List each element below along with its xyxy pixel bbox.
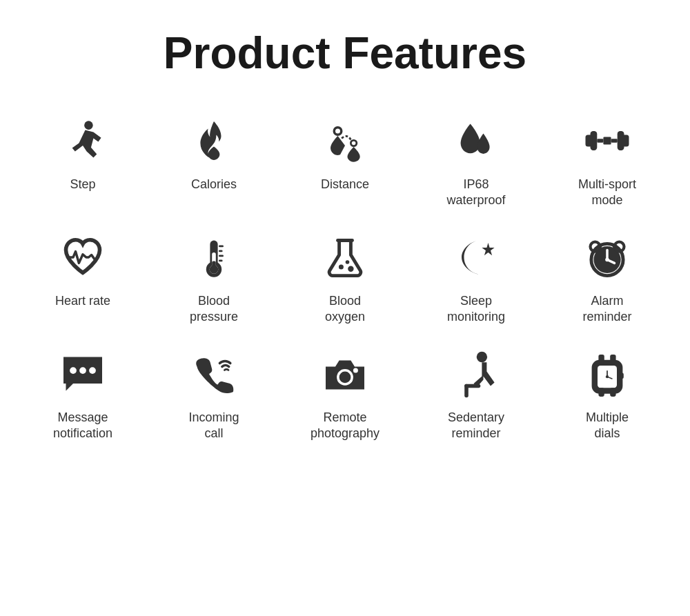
sedentary-icon bbox=[448, 346, 504, 401]
svg-point-41 bbox=[353, 368, 358, 372]
svg-rect-51 bbox=[610, 388, 615, 397]
page-title: Product Features bbox=[164, 28, 526, 79]
svg-point-2 bbox=[335, 129, 340, 134]
alarm-icon bbox=[580, 230, 635, 285]
svg-rect-10 bbox=[597, 139, 603, 143]
step-icon bbox=[55, 113, 110, 168]
calories-icon bbox=[186, 113, 241, 168]
feature-call: Incomingcall bbox=[152, 346, 276, 442]
svg-rect-49 bbox=[610, 355, 615, 364]
distance-icon bbox=[317, 113, 373, 168]
step-label: Step bbox=[70, 177, 95, 192]
svg-rect-9 bbox=[622, 135, 629, 147]
feature-multisport: Multi-sportmode bbox=[545, 113, 669, 209]
svg-rect-48 bbox=[598, 355, 604, 364]
sleep-icon bbox=[448, 230, 504, 285]
svg-rect-17 bbox=[219, 250, 223, 252]
multisport-icon bbox=[580, 113, 635, 168]
feature-calories: Calories bbox=[152, 113, 276, 209]
feature-sleep: Sleepmonitoring bbox=[414, 230, 538, 326]
feature-message: Messagenotification bbox=[21, 346, 145, 442]
svg-marker-26 bbox=[482, 243, 494, 255]
dials-icon bbox=[580, 346, 635, 401]
svg-point-37 bbox=[79, 367, 86, 374]
call-label: Incomingcall bbox=[188, 410, 239, 442]
waterproof-icon bbox=[448, 113, 504, 168]
bloodpressure-icon bbox=[186, 230, 241, 285]
bloodoxygen-icon bbox=[317, 230, 373, 285]
svg-rect-19 bbox=[219, 259, 223, 261]
svg-rect-18 bbox=[219, 255, 224, 257]
heartrate-icon bbox=[55, 230, 110, 285]
svg-point-24 bbox=[346, 260, 350, 264]
sleep-label: Sleepmonitoring bbox=[447, 293, 505, 326]
svg-rect-16 bbox=[219, 245, 224, 247]
heartrate-label: Heart rate bbox=[55, 293, 110, 309]
feature-bloodoxygen: Bloodoxygen bbox=[283, 230, 407, 326]
feature-distance: Distance bbox=[283, 113, 407, 209]
svg-rect-5 bbox=[603, 137, 611, 144]
feature-sedentary: Sedentaryreminder bbox=[414, 346, 538, 442]
svg-rect-50 bbox=[598, 388, 604, 397]
message-icon bbox=[55, 346, 110, 401]
svg-rect-55 bbox=[621, 372, 624, 378]
feature-alarm: Alarmreminder bbox=[545, 230, 669, 326]
distance-label: Distance bbox=[321, 177, 369, 192]
waterproof-label: IP68waterproof bbox=[446, 177, 505, 209]
svg-line-34 bbox=[598, 246, 601, 248]
feature-waterproof: IP68waterproof bbox=[414, 113, 538, 209]
svg-rect-11 bbox=[611, 139, 618, 143]
feature-bloodpressure: Bloodpressure bbox=[152, 230, 276, 326]
bloodpressure-label: Bloodpressure bbox=[190, 293, 238, 326]
photo-label: Remotephotography bbox=[310, 410, 379, 442]
svg-point-4 bbox=[352, 141, 356, 146]
feature-dials: Multipledials bbox=[545, 346, 669, 442]
calories-label: Calories bbox=[191, 177, 237, 192]
sedentary-label: Sedentaryreminder bbox=[448, 410, 504, 442]
svg-point-38 bbox=[89, 367, 96, 374]
bloodoxygen-label: Bloodoxygen bbox=[325, 293, 365, 326]
svg-point-42 bbox=[477, 351, 487, 361]
call-icon bbox=[186, 346, 241, 401]
svg-rect-8 bbox=[586, 135, 593, 147]
svg-point-23 bbox=[339, 264, 344, 269]
message-label: Messagenotification bbox=[53, 410, 112, 442]
svg-point-0 bbox=[84, 121, 93, 130]
svg-point-33 bbox=[605, 257, 609, 261]
alarm-label: Alarmreminder bbox=[582, 293, 631, 326]
svg-point-21 bbox=[210, 265, 219, 274]
photo-icon bbox=[317, 346, 373, 401]
features-grid: Step Calories Distance bbox=[21, 113, 669, 441]
multisport-label: Multi-sportmode bbox=[578, 177, 636, 209]
dials-label: Multipledials bbox=[586, 410, 629, 442]
feature-step: Step bbox=[21, 113, 145, 209]
feature-photo: Remotephotography bbox=[283, 346, 407, 442]
svg-point-25 bbox=[348, 266, 353, 271]
feature-heartrate: Heart rate bbox=[21, 230, 145, 326]
svg-point-36 bbox=[70, 367, 77, 374]
svg-line-35 bbox=[613, 246, 615, 248]
svg-point-40 bbox=[339, 371, 351, 383]
